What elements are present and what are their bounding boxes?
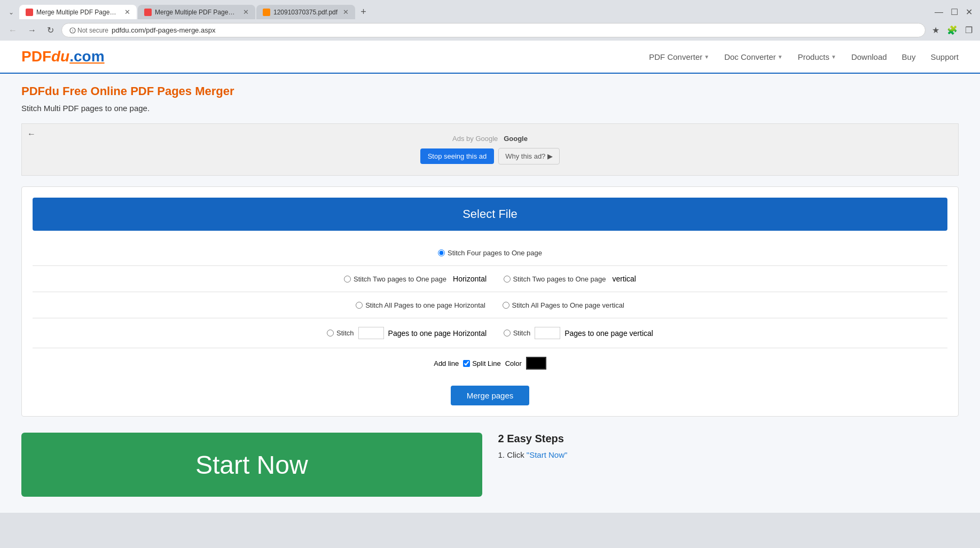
separator-4 xyxy=(33,348,947,348)
url-actions: ★ 🧩 ❐ xyxy=(930,23,975,37)
tab-bar: ⌄ Merge Multiple PDF Pages to ... ✕ Merg… xyxy=(0,0,980,20)
forward-btn[interactable]: → xyxy=(25,24,40,37)
stitch-two-h-radio[interactable] xyxy=(344,276,351,283)
site-header: PDFdu.com PDF Converter ▼ Doc Converter … xyxy=(0,41,980,74)
stitch-custom-h-input[interactable] xyxy=(358,327,384,339)
stitch-custom-v-radio[interactable] xyxy=(504,330,511,336)
stitch-custom-v-label[interactable]: Stitch xyxy=(504,329,531,337)
stitch-two-row: Stitch Two pages to One page Horizontal … xyxy=(33,270,947,287)
extension-btn[interactable]: 🧩 xyxy=(945,23,960,37)
tab-1-label: Merge Multiple PDF Pages to ... xyxy=(36,9,119,16)
tab-1-close[interactable]: ✕ xyxy=(124,8,130,16)
logo-com: .com xyxy=(69,48,104,65)
ad-area: ← Ads by Google Google Stop seeing this … xyxy=(21,123,959,176)
nav-pdf-converter[interactable]: PDF Converter ▼ xyxy=(649,52,709,61)
separator-3 xyxy=(33,318,947,318)
url-bar[interactable]: ! Not secure pdfdu.com/pdf-pages-merge.a… xyxy=(61,23,926,37)
tab-2-close[interactable]: ✕ xyxy=(243,8,249,16)
site-logo: PDFdu.com xyxy=(21,48,105,65)
stitch-two-v-label[interactable]: Stitch Two pages to One page xyxy=(504,275,606,283)
url-text: pdfdu.com/pdf-pages-merge.aspx xyxy=(112,26,215,34)
select-file-btn[interactable]: Select File xyxy=(33,198,947,231)
browser-frame: ⌄ Merge Multiple PDF Pages to ... ✕ Merg… xyxy=(0,0,980,548)
reload-btn[interactable]: ↻ xyxy=(44,23,57,37)
nav-download[interactable]: Download xyxy=(851,52,887,61)
add-line-row: Add line Split Line Color xyxy=(33,353,947,374)
ad-buttons: Stop seeing this ad Why this ad? ▶ xyxy=(420,148,560,165)
tab-3-close[interactable]: ✕ xyxy=(343,8,349,16)
tab-2-favicon xyxy=(144,9,152,16)
tab-dropdown-btn[interactable]: ⌄ xyxy=(4,6,18,18)
security-indicator: ! Not secure xyxy=(69,27,108,34)
address-bar: ← → ↻ ! Not secure pdfdu.com/pdf-pages-m… xyxy=(0,20,980,41)
separator-2 xyxy=(33,292,947,292)
page-title: PDFdu Free Online PDF Pages Merger xyxy=(21,84,959,98)
easy-steps-title: 2 Easy Steps xyxy=(498,433,959,445)
tab-2[interactable]: Merge Multiple PDF Pages to ... ✕ xyxy=(138,5,255,19)
ads-by-google: Ads by Google Google xyxy=(452,135,528,143)
security-label: Not secure xyxy=(77,27,108,34)
main-content: PDFdu Free Online PDF Pages Merger Stitc… xyxy=(0,74,980,513)
tab-1-favicon xyxy=(26,9,33,16)
tool-area: Select File Stitch Four pages to One pag… xyxy=(21,186,959,417)
start-now-link[interactable]: "Start Now" xyxy=(527,450,568,459)
back-btn[interactable]: ← xyxy=(5,24,20,37)
easy-steps-item-1: 1. Click "Start Now" xyxy=(498,450,959,459)
why-this-ad-btn[interactable]: Why this ad? ▶ xyxy=(498,148,560,165)
start-now-text: Start Now xyxy=(195,450,308,480)
stitch-four-radio[interactable] xyxy=(438,249,445,256)
stitch-two-h-label[interactable]: Stitch Two pages to One page xyxy=(344,275,446,283)
stitch-custom-h-radio[interactable] xyxy=(327,330,334,336)
options-section: Stitch Four pages to One page Stitch Two… xyxy=(33,239,947,379)
split-line-checkbox-label[interactable]: Split Line xyxy=(463,359,500,367)
tab-3-label: 120910370375.pdf.pdf xyxy=(273,9,338,16)
site-nav: PDF Converter ▼ Doc Converter ▼ Products… xyxy=(649,52,959,61)
nav-products[interactable]: Products ▼ xyxy=(798,52,836,61)
new-tab-btn[interactable]: + xyxy=(356,4,371,20)
stitch-all-v-label[interactable]: Stitch All Pages to One page vertical xyxy=(503,301,624,309)
stitch-all-h-label[interactable]: Stitch All Pages to one page Horizontal xyxy=(356,301,485,309)
stitch-two-v-radio[interactable] xyxy=(504,276,511,283)
stitch-all-row: Stitch All Pages to one page Horizontal … xyxy=(33,296,947,314)
stitch-all-h-radio[interactable] xyxy=(356,302,363,309)
svg-text:!: ! xyxy=(72,28,73,33)
why-ad-arrow-icon: ▶ xyxy=(547,152,553,160)
nav-buy[interactable]: Buy xyxy=(902,52,916,61)
separator-1 xyxy=(33,265,947,266)
stop-seeing-ad-btn[interactable]: Stop seeing this ad xyxy=(420,148,495,164)
nav-doc-converter-arrow: ▼ xyxy=(778,54,783,60)
bottom-section: Start Now 2 Easy Steps 1. Click "Start N… xyxy=(21,433,959,497)
merge-pages-btn[interactable]: Merge pages xyxy=(451,386,530,405)
stitch-custom-h-label[interactable]: Stitch xyxy=(327,329,354,337)
tab-1[interactable]: Merge Multiple PDF Pages to ... ✕ xyxy=(19,5,137,19)
stitch-four-radio-label[interactable]: Stitch Four pages to One page xyxy=(438,249,542,257)
ad-back-arrow[interactable]: ← xyxy=(27,129,36,139)
start-now-banner[interactable]: Start Now xyxy=(21,433,482,497)
stitch-custom-v-input[interactable] xyxy=(535,327,560,339)
split-view-btn[interactable]: ❐ xyxy=(963,23,975,37)
page-content: PDFdu.com PDF Converter ▼ Doc Converter … xyxy=(0,41,980,513)
tab-2-label: Merge Multiple PDF Pages to ... xyxy=(155,9,238,16)
nav-products-arrow: ▼ xyxy=(831,54,836,60)
logo-pdf: PDF xyxy=(21,48,51,65)
stitch-custom-row: Stitch Pages to one page Horizontal Stit… xyxy=(33,323,947,343)
tab-3-favicon xyxy=(263,9,270,16)
logo-du: du xyxy=(51,48,69,65)
restore-btn[interactable]: ☐ xyxy=(947,5,961,19)
page-subtitle: Stitch Multi PDF pages to one page. xyxy=(21,104,959,113)
tab-3[interactable]: 120910370375.pdf.pdf ✕ xyxy=(256,5,355,19)
color-picker-swatch[interactable] xyxy=(526,357,546,370)
bookmark-btn[interactable]: ★ xyxy=(930,23,942,37)
nav-pdf-converter-arrow: ▼ xyxy=(704,54,709,60)
nav-doc-converter[interactable]: Doc Converter ▼ xyxy=(724,52,783,61)
stitch-all-v-radio[interactable] xyxy=(503,302,509,309)
nav-support[interactable]: Support xyxy=(930,52,959,61)
stitch-four-row: Stitch Four pages to One page xyxy=(33,245,947,261)
split-line-checkbox[interactable] xyxy=(463,360,470,367)
easy-steps: 2 Easy Steps 1. Click "Start Now" xyxy=(498,433,959,463)
minimize-btn[interactable]: — xyxy=(931,5,946,19)
close-btn[interactable]: ✕ xyxy=(962,5,976,19)
